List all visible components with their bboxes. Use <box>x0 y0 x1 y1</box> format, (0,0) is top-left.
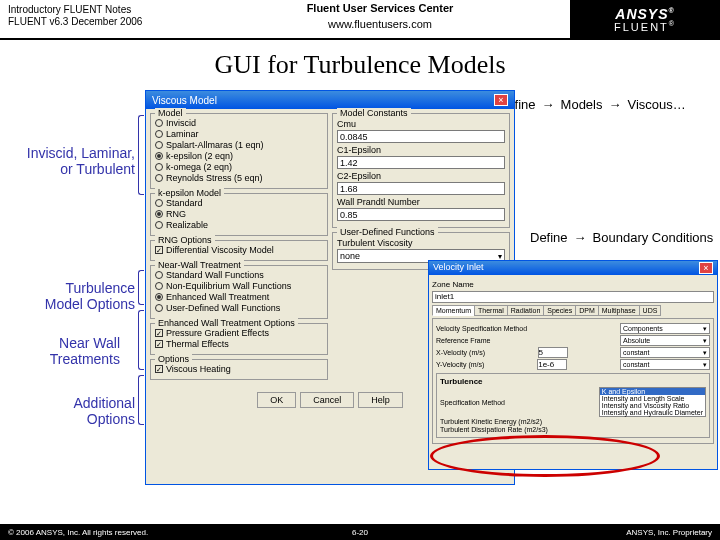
service-center: Fluent User Services Center <box>190 2 570 14</box>
header-left: Introductory FLUENT Notes FLUENT v6.3 De… <box>0 0 190 38</box>
header-center: Fluent User Services Center www.fluentus… <box>190 0 570 38</box>
radio-swf[interactable]: Standard Wall Functions <box>155 270 323 280</box>
check-visc-heat[interactable]: ✓Viscous Heating <box>155 364 323 374</box>
copyright: © 2006 ANSYS, Inc. All rights reserved. <box>8 528 148 537</box>
notes-line1: Introductory FLUENT Notes <box>8 4 182 16</box>
radio-udwf[interactable]: User-Defined Wall Functions <box>155 303 323 313</box>
radio-realizable[interactable]: Realizable <box>155 220 323 230</box>
radio-laminar[interactable]: Laminar <box>155 129 323 139</box>
breadcrumb-viscous: Define→ Models→ Viscous… <box>498 97 686 112</box>
group-keps: k-epsilon Model Standard RNG Realizable <box>150 193 328 236</box>
tab-uds[interactable]: UDS <box>639 305 662 316</box>
tab-species[interactable]: Species <box>543 305 576 316</box>
input-c2[interactable] <box>337 182 505 195</box>
help-button[interactable]: Help <box>358 392 403 408</box>
divider <box>0 38 720 40</box>
breadcrumb-bc: Define→ Boundary Conditions <box>530 230 713 245</box>
tab-radiation[interactable]: Radiation <box>507 305 545 316</box>
check-pge[interactable]: ✓Pressure Gradient Effects <box>155 328 323 338</box>
group-constants: Model Constants Cmu C1-Epsilon C2-Epsilo… <box>332 113 510 228</box>
brand-block: ANSYS® FLUENT® <box>570 0 720 38</box>
radio-komega[interactable]: k-omega (2 eqn) <box>155 162 323 172</box>
brace-3 <box>138 310 144 370</box>
brace-2 <box>138 270 144 305</box>
group-ewt: Enhanced Wall Treatment Options ✓Pressur… <box>150 323 328 355</box>
brace-4 <box>138 375 144 425</box>
radio-standard[interactable]: Standard <box>155 198 323 208</box>
radio-inviscid[interactable]: Inviscid <box>155 118 323 128</box>
dropdown-yv[interactable]: constant <box>620 359 710 370</box>
radio-reynolds[interactable]: Reynolds Stress (5 eqn) <box>155 173 323 183</box>
fluent-logo: FLUENT® <box>614 20 676 33</box>
input-yv[interactable] <box>537 359 567 370</box>
tab-momentum[interactable]: Momentum <box>432 305 475 316</box>
label-turb-options: TurbulenceModel Options <box>0 280 135 312</box>
radio-ewt[interactable]: Enhanced Wall Treatment <box>155 292 323 302</box>
notes-line2: FLUENT v6.3 December 2006 <box>8 16 182 28</box>
check-thermal[interactable]: ✓Thermal Effects <box>155 339 323 349</box>
cancel-button[interactable]: Cancel <box>300 392 354 408</box>
tab-strip: Momentum Thermal Radiation Species DPM M… <box>432 305 714 316</box>
radio-newf[interactable]: Non-Equilibrium Wall Functions <box>155 281 323 291</box>
check-diff-visc[interactable]: ✓Differential Viscosity Model <box>155 245 323 255</box>
dropdown-rf[interactable]: Absolute <box>620 335 710 346</box>
header-bar: Introductory FLUENT Notes FLUENT v6.3 De… <box>0 0 720 38</box>
dialog-title: Viscous Model <box>152 95 217 106</box>
ok-button[interactable]: OK <box>257 392 296 408</box>
radio-kepsilon[interactable]: k-epsilon (2 eqn) <box>155 151 323 161</box>
input-xv[interactable] <box>538 347 568 358</box>
close-icon[interactable]: × <box>494 94 508 106</box>
input-wpn[interactable] <box>337 208 505 221</box>
brace-1 <box>138 115 144 195</box>
zone-name-field[interactable]: inlet1 <box>432 291 714 303</box>
label-wall: Near WallTreatments <box>0 335 120 367</box>
page-number: 6-20 <box>352 528 368 537</box>
service-url: www.fluentusers.com <box>190 18 570 30</box>
zone-name-label: Zone Name <box>432 280 714 289</box>
footer: © 2006 ANSYS, Inc. All rights reserved. … <box>0 524 720 540</box>
label-model-group: Inviscid, Laminar,or Turbulent <box>0 145 135 177</box>
group-rng: RNG Options ✓Differential Viscosity Mode… <box>150 240 328 261</box>
vi-title-text: Velocity Inlet <box>433 262 484 274</box>
tab-multiphase[interactable]: Multiphase <box>598 305 640 316</box>
spec-method-list[interactable]: K and Epsilon Intensity and Length Scale… <box>599 387 706 417</box>
dropdown-vsm[interactable]: Components <box>620 323 710 334</box>
highlight-ellipse <box>430 435 660 477</box>
dropdown-xv[interactable]: constant <box>620 347 710 358</box>
group-wall: Near-Wall Treatment Standard Wall Functi… <box>150 265 328 319</box>
radio-rng[interactable]: RNG <box>155 209 323 219</box>
input-cmu[interactable] <box>337 130 505 143</box>
proprietary: ANSYS, Inc. Proprietary <box>626 528 712 537</box>
dialog-titlebar[interactable]: Viscous Model × <box>146 91 514 109</box>
group-model: Model Inviscid Laminar Spalart-Allmaras … <box>150 113 328 189</box>
tab-dpm[interactable]: DPM <box>575 305 599 316</box>
page-title: GUI for Turbulence Models <box>0 50 720 80</box>
label-additional: AdditionalOptions <box>0 395 135 427</box>
vi-titlebar[interactable]: Velocity Inlet × <box>429 261 717 275</box>
radio-spalart[interactable]: Spalart-Allmaras (1 eqn) <box>155 140 323 150</box>
group-options: Options ✓Viscous Heating <box>150 359 328 380</box>
close-icon[interactable]: × <box>699 262 713 274</box>
input-c1[interactable] <box>337 156 505 169</box>
tab-thermal[interactable]: Thermal <box>474 305 508 316</box>
